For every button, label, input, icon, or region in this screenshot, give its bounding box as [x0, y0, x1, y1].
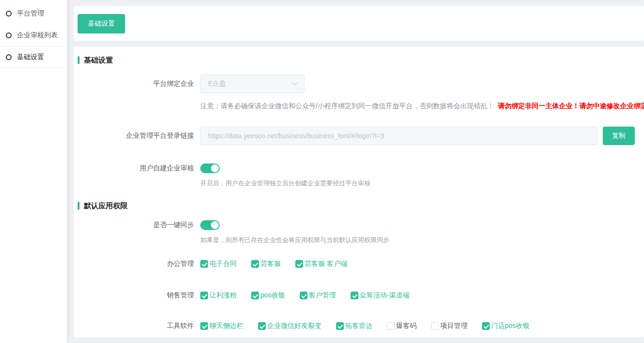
sync-row: 是否一键同步	[78, 220, 644, 230]
app-group-sales: 销售管理 让利涨粉 pos收银 客户管理 众筹活动-渠道端	[78, 291, 644, 300]
app-checkbox[interactable]: 芸客服	[251, 260, 281, 268]
bind-note-text: 注意：请务必确保该企业微信和公众号/小程序绑定到同一微信开放平台，否则数据将会出…	[200, 102, 494, 110]
section-title: 基础设置	[84, 56, 113, 65]
tab-basic-settings[interactable]: 基础设置	[78, 14, 125, 33]
tab-bar-card: 基础设置	[74, 6, 644, 41]
app-checkbox[interactable]: 客户管理	[300, 291, 336, 300]
toggle-knob	[211, 164, 219, 172]
app-checkbox-label: pos收银	[260, 291, 285, 300]
app-group-label: 办公管理	[78, 260, 194, 268]
platform-bind-select[interactable]: E企盈	[200, 75, 305, 93]
sidebar-item-enterprise-audit-list[interactable]: 企业审核列表	[0, 24, 67, 46]
app-checkbox-label: 聊天侧边栏	[209, 322, 243, 330]
app-checkbox[interactable]: 电子合同	[200, 260, 237, 268]
app-checkbox-label: 门店pos收银	[491, 322, 530, 330]
section-title: 默认应用权限	[84, 201, 128, 211]
checkbox-checked-icon	[295, 260, 303, 268]
section-header-basic: 基础设置	[78, 55, 644, 65]
checkbox-checked-icon	[351, 292, 358, 299]
sync-label: 是否一键同步	[78, 221, 194, 229]
checkbox-checked-icon	[258, 322, 266, 330]
section-accent-bar	[78, 56, 80, 64]
sidebar-item-platform-management[interactable]: 平台管理	[0, 2, 67, 24]
app-checkbox[interactable]: 项目管理	[431, 322, 467, 330]
checkbox-unchecked-icon	[431, 322, 439, 330]
toggle-knob	[211, 221, 219, 229]
app-checkbox-label: 众筹活动-渠道端	[360, 291, 410, 300]
sync-toggle[interactable]	[200, 220, 220, 230]
checkbox-checked-icon	[251, 292, 259, 299]
app-group-label: 工具软件	[78, 322, 194, 330]
user-audit-label: 用户自建企业审核	[78, 164, 194, 173]
checkbox-unchecked-icon	[387, 322, 395, 330]
app-checkbox[interactable]: 企业微信好友裂变	[258, 322, 322, 330]
app-checkbox[interactable]: 爆客码	[387, 322, 417, 330]
login-link-row: 企业管理平台登录链接 复制	[78, 127, 644, 145]
app-checkbox-label: 芸客服 客户端	[305, 260, 347, 268]
app-checkbox-label: 客户管理	[309, 291, 336, 300]
platform-bind-row: 平台绑定企业 E企盈	[78, 75, 644, 93]
app-checkbox[interactable]: 众筹活动-渠道端	[351, 291, 410, 300]
checkbox-checked-icon	[200, 322, 208, 330]
checkbox-checked-icon	[200, 292, 208, 299]
sidebar-item-basic-settings[interactable]: 基础设置	[0, 46, 67, 68]
section-header-permissions: 默认应用权限	[78, 201, 644, 211]
platform-bind-label: 平台绑定企业	[78, 80, 194, 88]
app-checkbox[interactable]: 拓客雷达	[336, 322, 372, 330]
sidebar-item-label: 平台管理	[17, 9, 44, 18]
chevron-down-icon	[292, 80, 297, 85]
selected-enterprise-value: E企盈	[208, 80, 226, 88]
sidebar: 平台管理 企业审核列表 基础设置	[0, 0, 67, 343]
app-checkbox[interactable]: 让利涨粉	[200, 291, 237, 300]
app-checkbox-label: 芸客服	[260, 260, 281, 268]
section-accent-bar	[78, 202, 80, 210]
app-group-label: 销售管理	[78, 291, 194, 300]
checkbox-checked-icon	[300, 292, 307, 299]
user-audit-row: 用户自建企业审核	[78, 163, 644, 173]
app-group-tools: 工具软件 聊天侧边栏 企业微信好友裂变 拓客雷达 爆客码	[78, 322, 644, 330]
copy-button[interactable]: 复制	[603, 127, 635, 145]
app-checkbox[interactable]: 芸客服 客户端	[295, 260, 347, 268]
app-checkbox-label: 企业微信好友裂变	[267, 322, 322, 330]
app-group-office: 办公管理 电子合同 芸客服 芸客服 客户端	[78, 260, 644, 268]
sidebar-item-label: 基础设置	[17, 53, 44, 62]
app-checkbox[interactable]: 聊天侧边栏	[200, 322, 243, 330]
user-audit-help: 开启后，用户在企业管理独立后台创建企业需要经过平台审核	[78, 179, 644, 188]
app-checkbox[interactable]: pos收银	[251, 291, 285, 300]
checkbox-checked-icon	[251, 260, 259, 268]
circle-icon	[6, 11, 12, 16]
app-checkbox-label: 拓客雷达	[345, 322, 372, 330]
login-link-label: 企业管理平台登录链接	[78, 131, 194, 140]
sync-help: 如果是，则所有已存在企业也会将应用权限与当前默认应用权限同步	[78, 236, 644, 245]
app-checkbox-label: 项目管理	[440, 322, 467, 330]
user-audit-toggle[interactable]	[200, 163, 220, 173]
main-content: 基础设置 基础设置 平台绑定企业 E企盈 注意：请务必确保该企业微信和公众号/小…	[74, 0, 644, 343]
settings-card: 基础设置 平台绑定企业 E企盈 注意：请务必确保该企业微信和公众号/小程序绑定到…	[74, 47, 644, 337]
circle-icon	[6, 33, 12, 38]
login-link-input[interactable]	[200, 127, 598, 145]
checkbox-checked-icon	[200, 260, 208, 268]
app-checkbox-label: 电子合同	[209, 260, 237, 268]
app-checkbox[interactable]: 门店pos收银	[482, 322, 530, 330]
app-checkbox-label: 让利涨粉	[209, 291, 237, 300]
checkbox-checked-icon	[336, 322, 344, 330]
bind-warning-text: 请勿绑定非同一主体企业！请勿中途修改企业绑定！	[498, 102, 644, 110]
circle-icon	[6, 54, 12, 60]
sidebar-item-label: 企业审核列表	[17, 31, 58, 40]
checkbox-checked-icon	[482, 322, 490, 330]
bind-note-row: 注意：请务必确保该企业微信和公众号/小程序绑定到同一微信开放平台，否则数据将会出…	[78, 102, 644, 111]
app-checkbox-label: 爆客码	[396, 322, 417, 330]
